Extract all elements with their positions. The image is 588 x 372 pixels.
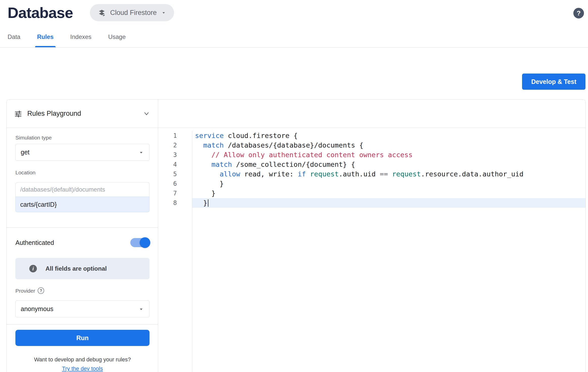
provider-label-row: Provider ? bbox=[15, 287, 150, 294]
code-line[interactable]: } bbox=[192, 189, 585, 198]
dropdown-arrow-icon bbox=[138, 149, 144, 155]
sidebar-divider bbox=[7, 324, 158, 324]
tab-indexes[interactable]: Indexes bbox=[70, 33, 91, 47]
chevron-down-icon[interactable] bbox=[143, 110, 150, 118]
line-number: 1 bbox=[158, 131, 192, 141]
provider-select[interactable]: anonymous bbox=[15, 300, 150, 317]
code-line[interactable]: service cloud.firestore { bbox=[192, 131, 585, 141]
line-number: 3 bbox=[158, 150, 192, 160]
authenticated-toggle[interactable] bbox=[130, 238, 150, 247]
provider-value: anonymous bbox=[21, 305, 53, 313]
develop-test-button[interactable]: Develop & Test bbox=[522, 74, 585, 90]
dev-tools-prompt: Want to develop and debug your rules? bbox=[15, 356, 150, 363]
code-line[interactable]: match /databases/{database}/documents { bbox=[192, 141, 585, 150]
rules-playground-header[interactable]: Rules Playground bbox=[7, 100, 158, 128]
provider-label: Provider bbox=[15, 288, 35, 294]
code-line[interactable]: } bbox=[192, 179, 585, 189]
simulation-type-label: Simulation type bbox=[15, 134, 150, 141]
line-number-gutter: 12345678 bbox=[158, 131, 192, 372]
authenticated-label: Authenticated bbox=[15, 238, 54, 247]
tab-usage[interactable]: Usage bbox=[108, 33, 126, 47]
line-number: 2 bbox=[158, 141, 192, 150]
line-number: 5 bbox=[158, 169, 192, 179]
dropdown-arrow-icon bbox=[138, 306, 144, 312]
line-number: 6 bbox=[158, 179, 192, 189]
rules-playground-sidebar: Rules Playground Simulation type get Loc… bbox=[7, 100, 158, 372]
tab-rules[interactable]: Rules bbox=[37, 33, 54, 47]
code-area[interactable]: 12345678 service cloud.firestore { match… bbox=[158, 128, 585, 372]
text-cursor bbox=[208, 199, 208, 207]
authenticated-row: Authenticated bbox=[15, 238, 150, 247]
simulation-type-select[interactable]: get bbox=[15, 144, 150, 161]
provider-help-icon[interactable]: ? bbox=[38, 287, 44, 294]
code-line[interactable]: } bbox=[192, 198, 585, 208]
rules-panel: Rules Playground Simulation type get Loc… bbox=[6, 99, 586, 372]
code-line[interactable]: allow read, write: if request.auth.uid =… bbox=[192, 169, 585, 179]
line-number: 8 bbox=[158, 198, 192, 208]
tab-data[interactable]: Data bbox=[8, 33, 20, 47]
firestore-icon bbox=[97, 8, 106, 17]
editor-toolbar bbox=[158, 100, 585, 128]
product-selector-label: Cloud Firestore bbox=[110, 9, 157, 17]
tab-bar-divider bbox=[0, 47, 588, 48]
dev-tools-link[interactable]: Try the dev tools bbox=[62, 365, 103, 372]
info-banner-text: All fields are optional bbox=[45, 265, 107, 272]
chevron-down-icon bbox=[161, 10, 166, 15]
code-line[interactable]: match /some_collection/{document} { bbox=[192, 160, 585, 169]
location-label: Location bbox=[15, 169, 150, 176]
rules-playground-body: Simulation type get Location /databases/… bbox=[7, 128, 158, 372]
product-selector[interactable]: Cloud Firestore bbox=[90, 4, 174, 21]
line-number: 4 bbox=[158, 160, 192, 169]
code-line[interactable]: // Allow only authenticated content owne… bbox=[192, 150, 585, 160]
code-lines: service cloud.firestore { match /databas… bbox=[192, 131, 585, 372]
info-icon: i bbox=[29, 265, 37, 272]
info-banner: i All fields are optional bbox=[15, 258, 150, 279]
simulation-type-value: get bbox=[21, 149, 30, 156]
toggle-knob bbox=[140, 237, 150, 248]
location-base-path[interactable]: /databases/(default)/documents bbox=[15, 182, 150, 197]
rules-code-editor: 12345678 service cloud.firestore { match… bbox=[158, 100, 585, 372]
run-button[interactable]: Run bbox=[15, 330, 150, 346]
line-number: 7 bbox=[158, 189, 192, 198]
tune-icon bbox=[14, 110, 22, 118]
firestore-database-page: Database Cloud Firestore ? Data Rules In… bbox=[0, 0, 588, 372]
rules-playground-title: Rules Playground bbox=[27, 110, 81, 118]
help-icon[interactable]: ? bbox=[573, 8, 584, 18]
tab-bar: Data Rules Indexes Usage bbox=[8, 33, 126, 47]
location-input[interactable]: carts/{cartID} bbox=[15, 197, 150, 212]
sidebar-divider bbox=[7, 227, 158, 228]
page-title: Database bbox=[8, 4, 73, 21]
